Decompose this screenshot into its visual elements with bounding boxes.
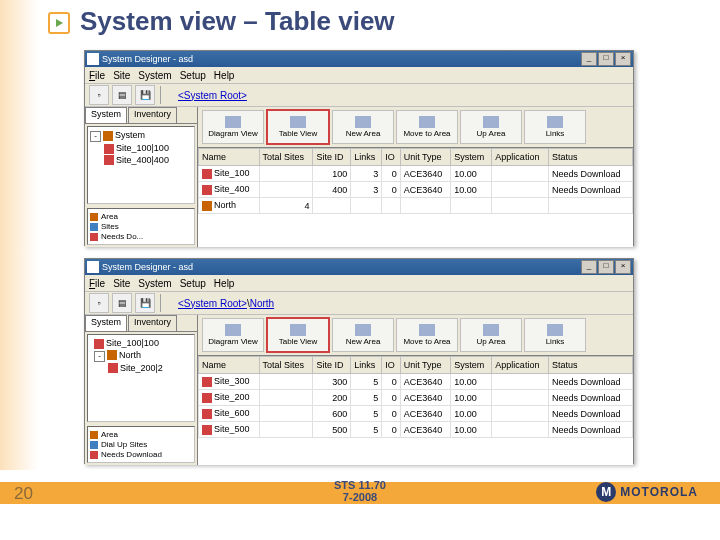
col-header[interactable]: Status bbox=[549, 149, 633, 166]
menu-site[interactable]: Site bbox=[113, 278, 130, 289]
data-grid[interactable]: NameTotal SitesSite IDLinksIOUnit TypeSy… bbox=[198, 148, 633, 247]
table-row[interactable]: Site_10010030ACE364010.00Needs Download bbox=[199, 166, 633, 182]
separator bbox=[160, 86, 161, 104]
col-header[interactable]: System bbox=[451, 149, 492, 166]
toolbar-save-icon[interactable]: 💾 bbox=[135, 85, 155, 105]
uparea-icon bbox=[483, 116, 499, 128]
app-icon bbox=[87, 261, 99, 273]
col-header[interactable]: IO bbox=[382, 149, 400, 166]
breadcrumb-north[interactable]: North bbox=[250, 298, 274, 309]
col-header[interactable]: Name bbox=[199, 357, 260, 374]
table-row[interactable]: Site_40040030ACE364010.00Needs Download bbox=[199, 182, 633, 198]
title-bullet-icon bbox=[48, 12, 70, 34]
motorola-logo: M MOTOROLA bbox=[596, 482, 698, 502]
col-header[interactable]: Unit Type bbox=[400, 357, 451, 374]
svg-marker-0 bbox=[56, 19, 63, 27]
menu-file[interactable]: File bbox=[89, 278, 105, 289]
col-header[interactable]: Application bbox=[492, 149, 549, 166]
col-header[interactable]: Unit Type bbox=[400, 149, 451, 166]
app-icon bbox=[87, 53, 99, 65]
menu-site[interactable]: Site bbox=[113, 70, 130, 81]
folder-icon bbox=[107, 350, 117, 360]
table-row[interactable]: Site_50050050ACE364010.00Needs Download bbox=[199, 422, 633, 438]
legend-area-icon bbox=[90, 213, 98, 221]
logo-text: MOTOROLA bbox=[620, 485, 698, 499]
col-header[interactable]: Site ID bbox=[313, 357, 351, 374]
col-header[interactable]: Total Sites bbox=[259, 357, 313, 374]
toolbar-new-icon[interactable]: ▫ bbox=[89, 293, 109, 313]
newarea-icon bbox=[355, 116, 371, 128]
col-header[interactable]: Status bbox=[549, 357, 633, 374]
view-toolbar: Diagram View Table View New Area Move to… bbox=[198, 315, 633, 356]
decorative-left-strip bbox=[0, 0, 38, 470]
move-to-area-button[interactable]: Move to Area bbox=[396, 110, 458, 144]
links-icon bbox=[547, 116, 563, 128]
close-button[interactable]: × bbox=[615, 52, 631, 66]
table-view-button[interactable]: Table View bbox=[266, 317, 330, 353]
close-button[interactable]: × bbox=[615, 260, 631, 274]
table-row[interactable]: Site_60060050ACE364010.00Needs Download bbox=[199, 406, 633, 422]
col-header[interactable]: Links bbox=[351, 357, 382, 374]
table-row[interactable]: Site_20020050ACE364010.00Needs Download bbox=[199, 390, 633, 406]
table-row[interactable]: Site_30030050ACE364010.00Needs Download bbox=[199, 374, 633, 390]
table-row[interactable]: North4 bbox=[199, 198, 633, 214]
system-icon bbox=[103, 131, 113, 141]
links-icon bbox=[547, 324, 563, 336]
tab-inventory[interactable]: Inventory bbox=[128, 315, 177, 331]
view-toolbar: Diagram View Table View New Area Move to… bbox=[198, 107, 633, 148]
toolbar-open-icon[interactable]: ▤ bbox=[112, 85, 132, 105]
col-header[interactable]: System bbox=[451, 357, 492, 374]
col-header[interactable]: Links bbox=[351, 149, 382, 166]
titlebar: System Designer - asd _ □ × bbox=[85, 259, 633, 275]
menu-setup[interactable]: Setup bbox=[180, 70, 206, 81]
toolbar-new-icon[interactable]: ▫ bbox=[89, 85, 109, 105]
breadcrumb-root[interactable]: <System Root> bbox=[178, 90, 247, 101]
maximize-button[interactable]: □ bbox=[598, 52, 614, 66]
app-window-1: System Designer - asd _ □ × File Site Sy… bbox=[84, 50, 634, 246]
moveto-icon bbox=[419, 116, 435, 128]
minimize-button[interactable]: _ bbox=[581, 52, 597, 66]
menu-file[interactable]: File bbox=[89, 70, 105, 81]
diagram-view-button[interactable]: Diagram View bbox=[202, 110, 264, 144]
maximize-button[interactable]: □ bbox=[598, 260, 614, 274]
links-button[interactable]: Links bbox=[524, 318, 586, 352]
tree-view[interactable]: Site_100|100 -North Site_200|2 bbox=[87, 334, 195, 422]
site-icon bbox=[202, 169, 212, 179]
col-header[interactable]: Site ID bbox=[313, 149, 351, 166]
new-area-button[interactable]: New Area bbox=[332, 318, 394, 352]
links-button[interactable]: Links bbox=[524, 110, 586, 144]
menu-setup[interactable]: Setup bbox=[180, 278, 206, 289]
moveto-icon bbox=[419, 324, 435, 336]
toolbar-save-icon[interactable]: 💾 bbox=[135, 293, 155, 313]
menu-system[interactable]: System bbox=[138, 70, 171, 81]
move-to-area-button[interactable]: Move to Area bbox=[396, 318, 458, 352]
data-grid[interactable]: NameTotal SitesSite IDLinksIOUnit TypeSy… bbox=[198, 356, 633, 465]
up-area-button[interactable]: Up Area bbox=[460, 110, 522, 144]
separator bbox=[160, 294, 161, 312]
table-icon bbox=[290, 324, 306, 336]
menu-system[interactable]: System bbox=[138, 278, 171, 289]
breadcrumb-root[interactable]: <System Root> bbox=[178, 298, 247, 309]
table-view-button[interactable]: Table View bbox=[266, 109, 330, 145]
tree-view[interactable]: -System Site_100|100 Site_400|400 bbox=[87, 126, 195, 204]
menu-help[interactable]: Help bbox=[214, 278, 235, 289]
minimize-button[interactable]: _ bbox=[581, 260, 597, 274]
col-header[interactable]: IO bbox=[382, 357, 400, 374]
col-header[interactable]: Total Sites bbox=[259, 149, 313, 166]
up-area-button[interactable]: Up Area bbox=[460, 318, 522, 352]
tab-inventory[interactable]: Inventory bbox=[128, 107, 177, 123]
tab-system[interactable]: System bbox=[85, 107, 127, 123]
expand-icon[interactable]: - bbox=[90, 131, 101, 142]
diagram-view-button[interactable]: Diagram View bbox=[202, 318, 264, 352]
window-title: System Designer - asd bbox=[102, 262, 193, 272]
col-header[interactable]: Name bbox=[199, 149, 260, 166]
site-icon bbox=[202, 185, 212, 195]
new-area-button[interactable]: New Area bbox=[332, 110, 394, 144]
sidebar: System Inventory Site_100|100 -North Sit… bbox=[85, 315, 198, 465]
col-header[interactable]: Application bbox=[492, 357, 549, 374]
tab-system[interactable]: System bbox=[85, 315, 127, 331]
toolbar-open-icon[interactable]: ▤ bbox=[112, 293, 132, 313]
diagram-icon bbox=[225, 324, 241, 336]
menu-help[interactable]: Help bbox=[214, 70, 235, 81]
expand-icon[interactable]: - bbox=[94, 351, 105, 362]
